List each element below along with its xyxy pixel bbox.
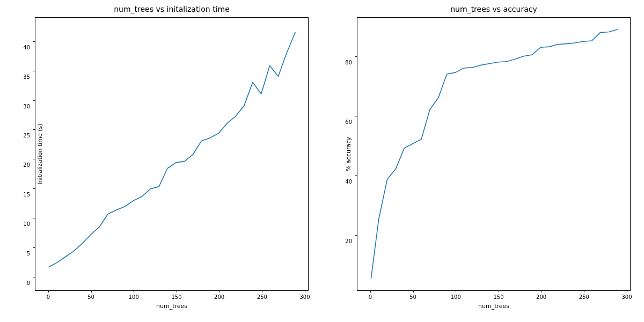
ytick-label: 40 (345, 178, 352, 184)
ytick-mark (33, 188, 35, 189)
ytick-mark (33, 100, 35, 101)
ytick-label: 20 (345, 238, 352, 244)
xtick-mark (305, 290, 305, 292)
ytick-label: 20 (23, 162, 30, 168)
xtick-mark (627, 290, 627, 292)
ytick-label: 60 (345, 119, 352, 125)
xtick-mark (48, 290, 49, 292)
ytick-mark (33, 218, 35, 218)
figure: num_trees vs initalization time num_tree… (0, 0, 644, 322)
ytick-mark (33, 277, 35, 277)
ytick-mark (33, 71, 35, 71)
ytick-label: 30 (23, 103, 30, 109)
xtick-label: 150 (493, 294, 503, 300)
xlabel-left: num_trees (35, 303, 308, 310)
axes-left: num_trees vs initalization time num_tree… (35, 17, 309, 291)
xtick-label: 50 (409, 294, 416, 300)
xtick-mark (177, 290, 177, 292)
xtick-mark (134, 290, 134, 292)
xtick-label: 200 (214, 294, 224, 300)
xtick-mark (456, 290, 456, 292)
ytick-mark (33, 247, 35, 248)
ytick-label: 40 (23, 44, 30, 50)
xtick-mark (91, 290, 92, 292)
ytick-label: 80 (345, 60, 352, 65)
xtick-mark (219, 290, 220, 292)
line-series-left (35, 18, 308, 290)
ytick-label: 25 (23, 133, 30, 138)
xtick-mark (262, 290, 262, 292)
ytick-mark (33, 41, 35, 42)
xtick-label: 0 (369, 294, 372, 300)
xtick-mark (413, 290, 414, 292)
line-series-right (357, 18, 630, 290)
xtick-label: 300 (621, 294, 632, 300)
xtick-mark (499, 290, 499, 292)
xtick-label: 0 (47, 294, 50, 300)
ytick-label: 35 (23, 74, 30, 79)
ytick-mark (355, 56, 357, 57)
ytick-label: 10 (23, 221, 30, 226)
ytick-label: 15 (23, 192, 30, 197)
ylabel-right: % accuracy (345, 137, 352, 171)
chart-title-left: num_trees vs initalization time (35, 5, 308, 13)
xtick-label: 250 (579, 294, 589, 300)
chart-title-right: num_trees vs accuracy (357, 5, 630, 13)
ytick-mark (355, 235, 357, 236)
ytick-mark (33, 129, 35, 130)
xtick-label: 200 (536, 294, 546, 300)
ytick-mark (33, 159, 35, 159)
xtick-label: 150 (171, 294, 181, 300)
ytick-label: 5 (27, 250, 30, 256)
xtick-label: 250 (257, 294, 267, 300)
xlabel-right: num_trees (357, 303, 630, 310)
xtick-mark (370, 290, 371, 292)
xtick-label: 300 (299, 294, 310, 300)
ytick-mark (355, 175, 357, 176)
xtick-mark (541, 290, 542, 292)
xtick-label: 100 (129, 294, 139, 300)
xtick-label: 50 (87, 294, 94, 300)
ytick-label: 0 (27, 280, 30, 286)
ytick-mark (355, 116, 357, 116)
xtick-mark (584, 290, 584, 292)
xtick-label: 100 (451, 294, 461, 300)
axes-right: num_trees vs accuracy num_trees % accura… (357, 17, 631, 291)
